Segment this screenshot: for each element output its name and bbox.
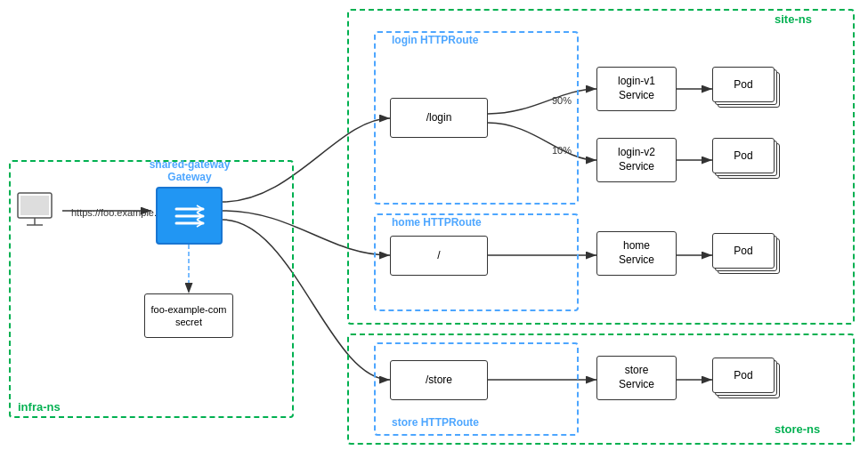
login-route-label: login HTTPRoute	[392, 34, 478, 46]
login-path-label: /login	[426, 111, 452, 125]
gateway-name-label: shared-gateway	[132, 158, 247, 171]
login-v1-service-box: login-v1Service	[596, 67, 677, 111]
login-v1-service-label: login-v1Service	[618, 75, 655, 102]
gateway-label: shared-gateway Gateway	[132, 158, 247, 183]
pod-label-store: Pod	[734, 369, 752, 382]
pod-box-login-v2: Pod	[712, 138, 775, 173]
home-route-label: home HTTPRoute	[392, 216, 482, 229]
computer-icon	[13, 191, 62, 231]
store-node: /store	[390, 360, 488, 400]
home-node: /	[390, 236, 488, 276]
store-ns-label: store-ns	[775, 422, 820, 436]
gateway-type-label: Gateway	[132, 171, 247, 183]
login-node: /login	[390, 98, 488, 138]
store-service-box: storeService	[596, 356, 677, 400]
gateway-box	[156, 187, 223, 245]
store-service-label: storeService	[619, 364, 654, 391]
pod-label-login-v2: Pod	[734, 149, 752, 162]
pod-box-home: Pod	[712, 233, 775, 269]
home-path-label: /	[437, 249, 440, 263]
svg-rect-10	[20, 196, 49, 215]
store-path-label: /store	[426, 374, 452, 388]
site-ns-label: site-ns	[775, 12, 812, 26]
diagram-container: infra-ns site-ns store-ns login HTTPRout…	[0, 0, 868, 458]
secret-label: foo-example-comsecret	[151, 303, 227, 329]
infra-ns-label: infra-ns	[18, 400, 61, 414]
percent-90-label: 90%	[552, 95, 572, 106]
pod-box-login-v1: Pod	[712, 67, 775, 102]
home-service-label: homeService	[619, 239, 654, 267]
percent-10-label: 10%	[552, 145, 572, 156]
pod-label-home: Pod	[734, 245, 752, 257]
pod-label-login-v1: Pod	[734, 78, 752, 91]
secret-box: foo-example-comsecret	[144, 293, 233, 338]
login-v2-service-box: login-v2Service	[596, 138, 677, 182]
pod-box-store: Pod	[712, 358, 775, 393]
home-service-box: homeService	[596, 231, 677, 276]
login-v2-service-label: login-v2Service	[618, 146, 655, 173]
store-route-label: store HTTPRoute	[392, 416, 479, 429]
gateway-icon	[172, 200, 207, 231]
